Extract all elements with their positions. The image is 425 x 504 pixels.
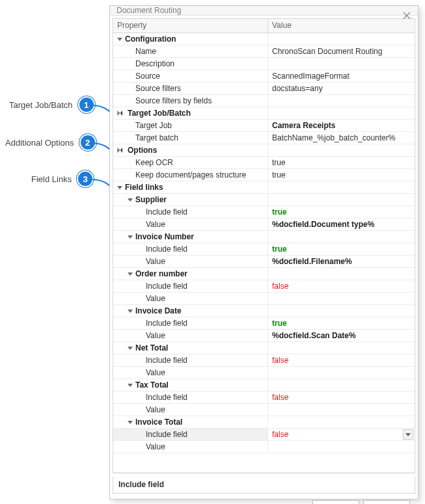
group-target-job-batch[interactable]: Target Job/Batch [113,107,415,120]
column-property[interactable]: Property [113,19,268,33]
callout-3-label: Field Links [31,174,72,184]
order-number-include-label: Include field [146,282,187,291]
supplier-label: Supplier [135,195,167,204]
row-source-filters-label: Source filters [135,84,181,93]
chevron-right-icon [117,111,122,116]
row-order-number-value[interactable]: Value [113,293,415,305]
supplier-include-value: true [272,207,287,217]
net-total-include-value: false [272,356,288,365]
row-supplier-include[interactable]: Include field true [113,206,415,219]
row-source[interactable]: Source ScannedImageFormat [113,70,415,83]
row-keep-structure-value: true [272,170,286,179]
row-source-value: ScannedImageFormat [272,72,350,81]
net-total-value-label: Value [146,368,165,377]
row-order-number-include[interactable]: Include field false [113,280,415,293]
row-keep-structure[interactable]: Keep document/pages structure true [113,169,415,181]
row-target-job-value: Camera Receipts [272,121,335,130]
row-name[interactable]: Name ChronoScan Document Routing [113,46,415,58]
row-net-total-value[interactable]: Value [113,367,415,379]
net-total-label: Net Total [135,343,168,352]
tax-total-include-label: Include field [146,393,187,402]
row-source-filters-fields[interactable]: Source filters by fields [113,95,415,107]
invoice-number-include-label: Include field [146,245,187,254]
chevron-down-icon [128,310,133,313]
grid-header: Property Value [113,19,415,33]
tax-total-include-value: false [272,393,288,402]
row-source-filters[interactable]: Source filters docstatus=any [113,83,415,95]
subgroup-invoice-total[interactable]: Invoice Total [113,416,415,429]
callout-3-num: 3 [77,170,94,187]
invoice-number-value-value: %docfield.Filename% [272,257,352,266]
chevron-down-icon [117,38,122,41]
subgroup-tax-total[interactable]: Tax Total [113,379,415,391]
subgroup-invoice-number[interactable]: Invoice Number [113,231,415,243]
row-invoice-date-value[interactable]: Value %docfield.Scan Date% [113,330,415,342]
chevron-down-icon [128,272,133,276]
supplier-value-label: Value [146,220,165,229]
callout-1-label: Target Job/Batch [9,100,73,110]
subgroup-invoice-date[interactable]: Invoice Date [113,305,415,317]
supplier-value-value: %docfield.Document type% [272,220,374,229]
row-keep-ocr-value: true [272,158,286,167]
row-target-job-label: Target Job [135,121,172,130]
net-total-include-label: Include field [146,356,187,365]
cancel-button[interactable]: Cancel [363,500,410,504]
subgroup-net-total[interactable]: Net Total [113,342,415,354]
callout-2-num: 2 [79,134,96,151]
grid-spacer [113,453,415,473]
chevron-down-icon [128,421,133,424]
description-title: Include field [118,480,164,489]
row-name-label: Name [135,47,156,56]
titlebar[interactable]: Document Routing [110,6,418,16]
invoice-number-include-value: true [272,245,287,254]
row-target-job[interactable]: Target Job Camera Receipts [113,120,415,132]
column-value[interactable]: Value [268,19,415,33]
row-target-batch-label: Target batch [135,133,178,142]
row-invoice-number-value[interactable]: Value %docfield.Filename% [113,256,415,268]
row-source-label: Source [135,72,160,81]
row-source-filters-fields-label: Source filters by fields [135,96,212,105]
row-target-batch-value: BatchName_%job_batch_counter% [272,133,395,142]
chevron-down-icon [128,384,133,387]
row-invoice-total-value[interactable]: Value [113,441,415,453]
row-target-batch[interactable]: Target batch BatchName_%job_batch_counte… [113,132,415,144]
chevron-right-icon [117,148,122,153]
row-net-total-include[interactable]: Include field false [113,354,415,367]
row-tax-total-include[interactable]: Include field false [113,391,415,404]
ok-button[interactable]: OK [312,500,359,504]
invoice-total-include-label: Include field [146,430,187,439]
group-target-label: Target Job/Batch [128,109,191,118]
row-invoice-total-include[interactable]: Include field false [113,429,415,441]
row-invoice-date-include[interactable]: Include field true [113,317,415,330]
invoice-total-label: Invoice Total [135,418,182,427]
close-icon[interactable] [401,10,413,21]
row-invoice-number-include[interactable]: Include field true [113,243,415,256]
tax-total-value-label: Value [146,405,165,414]
invoice-date-label: Invoice Date [135,306,182,315]
supplier-include-label: Include field [146,207,187,217]
invoice-number-value-label: Value [146,257,165,266]
row-supplier-value[interactable]: Value %docfield.Document type% [113,219,415,231]
group-options[interactable]: Options [113,144,415,157]
dropdown-button[interactable] [403,429,413,440]
order-number-include-value: false [272,282,288,291]
row-description[interactable]: Description [113,58,415,70]
group-configuration[interactable]: Configuration [113,33,415,46]
group-configuration-label: Configuration [125,34,176,44]
dialog-title: Document Routing [117,6,181,15]
chevron-down-icon [128,235,133,239]
subgroup-order-number[interactable]: Order number [113,268,415,280]
row-keep-structure-label: Keep document/pages structure [135,170,246,179]
document-routing-dialog: Document Routing Property Value Configur… [109,5,418,499]
callout-2: Additional Options 2 [5,134,96,151]
invoice-date-include-label: Include field [146,319,187,328]
subgroup-supplier[interactable]: Supplier [113,194,415,206]
row-keep-ocr[interactable]: Keep OCR true [113,157,415,169]
group-field-links[interactable]: Field links [113,181,415,194]
group-options-label: Options [128,146,157,155]
row-tax-total-value[interactable]: Value [113,404,415,416]
property-grid: Property Value Configuration Name Chrono… [113,18,415,473]
invoice-total-include-value: false [272,430,288,439]
invoice-number-label: Invoice Number [135,232,194,241]
chevron-down-icon [117,186,122,189]
